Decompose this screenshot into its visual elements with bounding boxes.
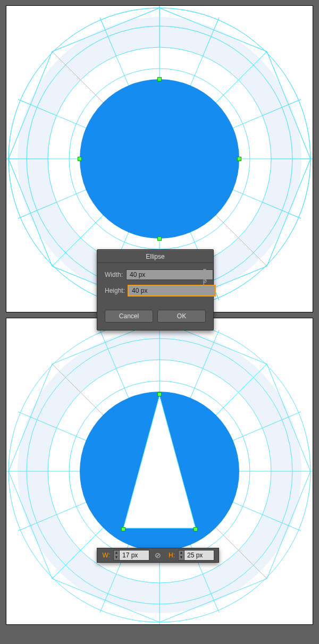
artboard-top-panel: Ellipse Width: Height: ⎡ ⊘ ⎣ Cancel OK: [6, 5, 313, 312]
artboard-bottom-panel: W: ▲▼ ⊘ H: ▲▼: [6, 318, 313, 625]
anchor-point[interactable]: [158, 78, 161, 81]
stepper-up-icon[interactable]: ▲: [179, 550, 184, 555]
height-value-input[interactable]: [184, 550, 214, 561]
anchor-point[interactable]: [194, 528, 197, 531]
transform-toolbar: W: ▲▼ ⊘ H: ▲▼: [97, 548, 219, 563]
ellipse-shape[interactable]: [80, 79, 239, 239]
dialog-title: Ellipse: [97, 250, 213, 263]
stepper-up-icon[interactable]: ▲: [114, 550, 119, 555]
width-stepper[interactable]: ▲▼: [113, 550, 149, 561]
constrain-proportions-icon[interactable]: ⎡ ⊘ ⎣: [199, 270, 210, 291]
anchor-point[interactable]: [238, 157, 241, 160]
cancel-button[interactable]: Cancel: [105, 310, 153, 323]
width-label: Width:: [105, 271, 123, 278]
svg-marker-46: [123, 395, 196, 528]
triangle-shape[interactable]: [106, 395, 213, 533]
stepper-down-icon[interactable]: ▼: [179, 555, 184, 560]
anchor-point[interactable]: [158, 393, 161, 396]
anchor-point[interactable]: [78, 157, 81, 160]
width-short-label: W:: [102, 552, 110, 559]
anchor-point[interactable]: [122, 528, 125, 531]
width-value-input[interactable]: [120, 550, 149, 561]
link-wh-icon[interactable]: ⊘: [153, 551, 163, 560]
ok-button[interactable]: OK: [157, 310, 206, 323]
stepper-down-icon[interactable]: ▼: [114, 555, 119, 560]
height-short-label: H:: [166, 552, 175, 559]
ellipse-dialog: Ellipse Width: Height: ⎡ ⊘ ⎣ Cancel OK: [97, 249, 214, 331]
height-stepper[interactable]: ▲▼: [178, 550, 214, 561]
height-label: Height:: [105, 287, 125, 294]
anchor-point[interactable]: [158, 237, 161, 240]
artboard-bottom[interactable]: W: ▲▼ ⊘ H: ▲▼: [6, 318, 313, 624]
